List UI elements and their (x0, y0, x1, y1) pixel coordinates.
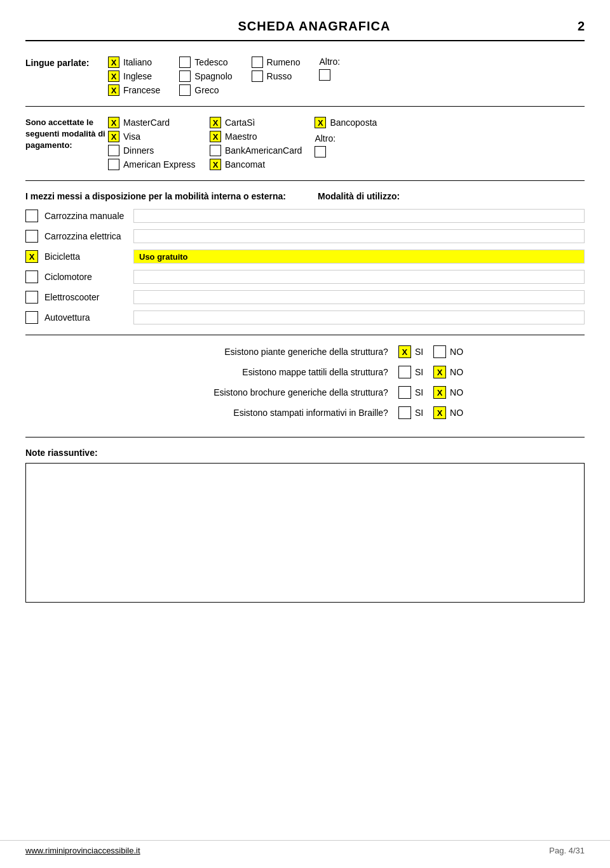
check-rumeno: Rumeno (252, 57, 301, 68)
label-carrozzina-elettrica: Carrozzina elettrica (44, 231, 127, 241)
q1-si-box: X (398, 345, 411, 358)
check-amex: American Express (108, 159, 197, 170)
label-bicicletta: Bicicletta (44, 251, 127, 262)
checkbox-visa: X (108, 131, 119, 142)
label-autovettura: Autovettura (44, 312, 127, 323)
check-cartasi: X CartaSì (210, 117, 302, 128)
input-elettroscooter (133, 290, 585, 304)
note-label: Note riassuntive: (25, 448, 585, 458)
q2-si-label: SI (415, 367, 423, 377)
q2-no-label: NO (450, 367, 463, 377)
label-francese: Francese (123, 85, 160, 95)
check-italiano: X Italiano (108, 57, 160, 68)
label-italiano: Italiano (123, 57, 152, 67)
checkbox-bancoposta: X (315, 117, 326, 128)
label-tedesco: Tedesco (194, 57, 227, 67)
check-bancomat: X Bancomat (210, 159, 302, 170)
q2-no-box: X (433, 366, 446, 378)
input-autovettura (133, 310, 585, 324)
pagamento-section: Sono accettate le seguenti modalità di p… (25, 117, 585, 181)
bicicletta-value: Uso gratuito (139, 252, 188, 262)
checkbox-amex (108, 159, 119, 170)
label-elettroscooter: Elettroscooter (44, 292, 127, 302)
pagamento-altro-label: Altro: (315, 133, 403, 144)
lingue-altro: Altro: (319, 57, 340, 96)
lingue-section: Lingue parlate: X Italiano X Inglese X F… (25, 57, 585, 107)
checkbox-bicicletta: X (25, 250, 38, 263)
check-mastercard: X MasterCard (108, 117, 197, 128)
checkbox-elettroscooter (25, 291, 38, 304)
input-carrozzina-manuale (133, 209, 585, 223)
label-ciclomotore: Ciclomotore (44, 272, 127, 282)
checkbox-italiano: X (108, 57, 119, 68)
check-inglese: X Inglese (108, 70, 160, 82)
label-dinners: Dinners (123, 145, 154, 156)
mobility-bicicletta: X Bicicletta Uso gratuito (25, 250, 585, 264)
label-carrozzina-manuale: Carrozzina manuale (44, 211, 127, 221)
question-2: Esistono mappe tattili della struttura? … (25, 366, 585, 378)
label-bancomat: Bancomat (225, 159, 265, 170)
mobility-list: Carrozzina manuale Carrozzina elettrica … (25, 209, 585, 324)
questions-section: Esistono piante generiche della struttur… (25, 345, 585, 437)
q3-no-group: X NO (433, 386, 463, 399)
label-amex: American Express (123, 159, 196, 170)
label-inglese: Inglese (123, 71, 152, 81)
checkbox-pagamento-altro (315, 146, 326, 157)
label-russo: Russo (267, 71, 292, 81)
label-cartasi: CartaSì (225, 117, 255, 128)
q4-si-box (398, 406, 411, 419)
checkbox-cartasi: X (210, 117, 221, 128)
footer: www.riminiprovinciaccessibile.it Pag. 4/… (0, 840, 610, 855)
checkbox-autovettura (25, 311, 38, 324)
page-header: SCHEDA ANAGRAFICA 2 (25, 19, 585, 41)
check-visa: X Visa (108, 131, 197, 142)
check-maestro: X Maestro (210, 131, 302, 142)
pagamento-label: Sono accettate le seguenti modalità di p… (25, 117, 108, 152)
checkbox-rumeno (252, 57, 263, 68)
label-rumeno: Rumeno (267, 57, 301, 67)
q4-si-group: SI (398, 406, 423, 419)
lingue-col3: Rumeno Russo (252, 57, 301, 96)
question-3-text: Esistono brochure generiche della strutt… (147, 387, 388, 397)
checkbox-mastercard: X (108, 117, 119, 128)
q2-si-box (398, 366, 411, 378)
q3-no-box: X (433, 386, 446, 399)
input-carrozzina-elettrica (133, 229, 585, 243)
note-box[interactable] (25, 463, 585, 603)
note-section: Note riassuntive: (25, 448, 585, 603)
checkbox-carrozzina-elettrica (25, 230, 38, 243)
checkbox-carrozzina-manuale (25, 210, 38, 222)
q1-si-group: X SI (398, 345, 423, 358)
footer-url: www.riminiprovinciaccessibile.it (25, 846, 140, 855)
mobility-section: I mezzi messi a disposizione per la mobi… (25, 191, 585, 335)
question-1: Esistono piante generiche della struttur… (25, 345, 585, 358)
mobility-elettroscooter: Elettroscooter (25, 290, 585, 304)
pagamento-col2: X CartaSì X Maestro BankAmericanCard X B… (210, 117, 302, 170)
q1-no-label: NO (450, 347, 463, 357)
q3-si-box (398, 386, 411, 399)
check-bancoposta: X Bancoposta (315, 117, 403, 128)
q2-no-group: X NO (433, 366, 463, 378)
altro-label: Altro: (319, 57, 340, 67)
checkbox-francese: X (108, 84, 119, 96)
mobility-carrozzina-manuale: Carrozzina manuale (25, 209, 585, 223)
checkbox-inglese: X (108, 70, 119, 82)
checkbox-altro-lingue (319, 69, 330, 81)
q1-si-label: SI (415, 347, 423, 357)
q4-no-box: X (433, 406, 446, 419)
checkbox-dinners (108, 145, 119, 156)
q2-si-group: SI (398, 366, 423, 378)
pagamento-col1: X MasterCard X Visa Dinners American Exp… (108, 117, 197, 170)
modalita-title: Modalità di utilizzo: (318, 191, 585, 201)
label-maestro: Maestro (225, 131, 257, 142)
question-4: Esistono stampati informativi in Braille… (25, 406, 585, 419)
pagamento-col3: X Bancoposta Altro: (315, 117, 403, 170)
q3-si-label: SI (415, 387, 423, 397)
check-francese: X Francese (108, 84, 160, 96)
check-greco: Greco (179, 84, 232, 96)
mobility-ciclomotore: Ciclomotore (25, 270, 585, 284)
question-1-text: Esistono piante generiche della struttur… (147, 347, 388, 357)
label-spagnolo: Spagnolo (194, 71, 232, 81)
question-4-text: Esistono stampati informativi in Braille… (147, 408, 388, 418)
checkbox-russo (252, 70, 263, 82)
